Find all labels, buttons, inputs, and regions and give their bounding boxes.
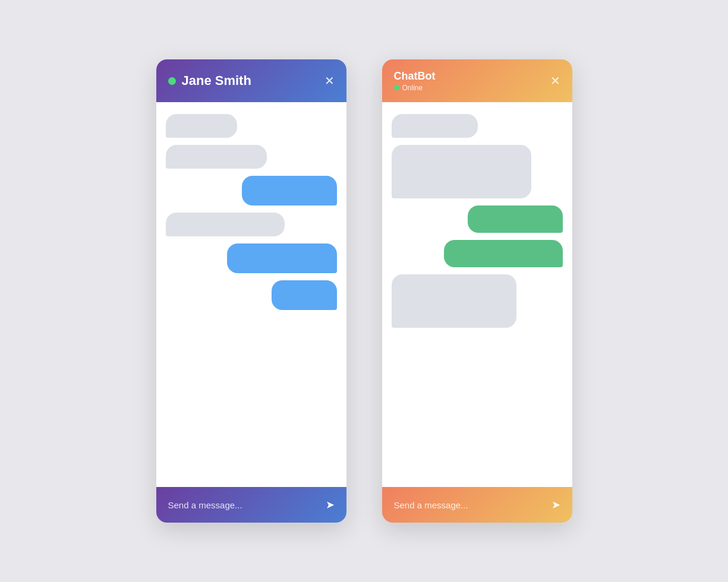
chatbot-message-input-placeholder[interactable]: Send a message... xyxy=(394,500,468,510)
chatbot-footer: Send a message... ➤ xyxy=(382,487,572,523)
message-bubble xyxy=(166,145,267,169)
jane-send-button[interactable]: ➤ xyxy=(326,498,335,511)
jane-footer: Send a message... ➤ xyxy=(156,487,346,523)
message-bubble xyxy=(242,176,337,205)
chatbot-status-text: Online xyxy=(402,84,423,92)
jane-header-left: Jane Smith xyxy=(168,73,251,88)
chatbot-status-row: Online xyxy=(394,84,436,92)
message-bubble xyxy=(444,240,563,267)
chatbot-status-dot xyxy=(394,85,399,90)
message-bubble xyxy=(166,213,285,236)
chatbot-send-button[interactable]: ➤ xyxy=(551,498,560,511)
message-bubble xyxy=(166,114,237,138)
chatbot-chat-body xyxy=(382,102,572,487)
message-bubble xyxy=(468,205,563,233)
jane-header: Jane Smith ✕ xyxy=(156,59,346,102)
message-bubble xyxy=(392,145,531,198)
jane-close-button[interactable]: ✕ xyxy=(324,74,335,88)
jane-chat-body xyxy=(156,102,346,487)
message-bubble xyxy=(272,280,337,310)
chatbot-header: ChatBot Online ✕ xyxy=(382,59,572,102)
jane-chat-window: Jane Smith ✕ Send a message... ➤ xyxy=(156,59,346,523)
jane-name: Jane Smith xyxy=(182,73,251,88)
chatbot-title: ChatBot xyxy=(394,70,436,83)
jane-status-dot xyxy=(168,77,176,85)
chatbot-close-button[interactable]: ✕ xyxy=(550,74,560,88)
message-bubble xyxy=(392,274,516,328)
jane-message-input-placeholder[interactable]: Send a message... xyxy=(168,500,242,510)
message-bubble xyxy=(392,114,478,138)
message-bubble xyxy=(227,243,337,273)
chatbot-header-left: ChatBot Online xyxy=(394,70,436,92)
chatbot-chat-window: ChatBot Online ✕ Send a message... ➤ xyxy=(382,59,572,523)
